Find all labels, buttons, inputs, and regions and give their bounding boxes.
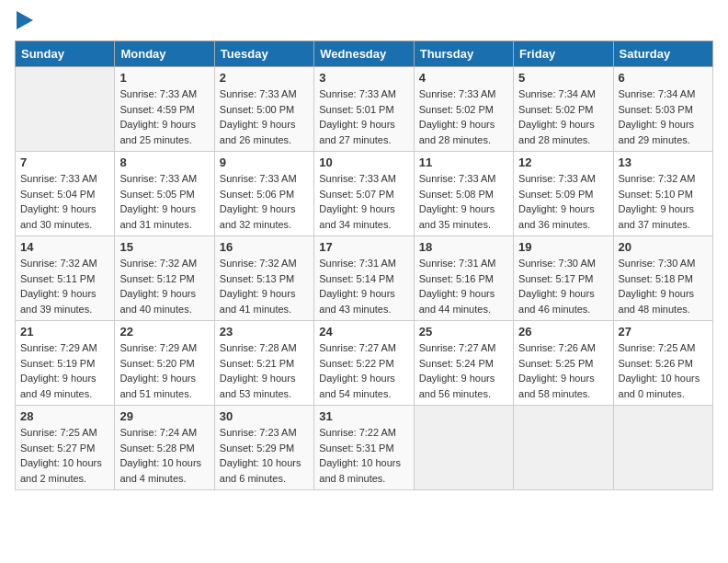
- day-info: Sunrise: 7:34 AMSunset: 5:02 PMDaylight:…: [518, 86, 608, 147]
- calendar-cell: 5 Sunrise: 7:34 AMSunset: 5:02 PMDayligh…: [514, 67, 613, 152]
- day-info: Sunrise: 7:25 AMSunset: 5:26 PMDaylight:…: [619, 340, 708, 401]
- week-row-3: 21 Sunrise: 7:29 AMSunset: 5:19 PMDaylig…: [16, 321, 713, 406]
- calendar-cell: 17 Sunrise: 7:31 AMSunset: 5:14 PMDaylig…: [314, 236, 414, 321]
- day-info: Sunrise: 7:29 AMSunset: 5:20 PMDaylight:…: [119, 340, 209, 401]
- day-info: Sunrise: 7:32 AMSunset: 5:11 PMDaylight:…: [20, 256, 109, 316]
- calendar-cell: 7 Sunrise: 7:33 AMSunset: 5:04 PMDayligh…: [16, 152, 115, 236]
- day-number: 10: [319, 155, 408, 169]
- day-info: Sunrise: 7:27 AMSunset: 5:22 PMDaylight:…: [319, 340, 408, 401]
- day-number: 12: [518, 155, 608, 169]
- calendar-cell: 10 Sunrise: 7:33 AMSunset: 5:07 PMDaylig…: [314, 152, 414, 236]
- day-number: 26: [518, 325, 608, 339]
- week-row-0: 1 Sunrise: 7:33 AMSunset: 4:59 PMDayligh…: [16, 67, 713, 152]
- calendar-cell: [414, 406, 513, 490]
- day-number: 28: [20, 409, 109, 423]
- day-info: Sunrise: 7:26 AMSunset: 5:25 PMDaylight:…: [518, 340, 608, 401]
- day-number: 1: [119, 71, 209, 85]
- week-row-4: 28 Sunrise: 7:25 AMSunset: 5:27 PMDaylig…: [16, 406, 713, 490]
- day-number: 14: [20, 240, 109, 254]
- calendar-cell: 25 Sunrise: 7:27 AMSunset: 5:24 PMDaylig…: [414, 321, 513, 406]
- day-number: 8: [119, 155, 209, 169]
- day-number: 9: [220, 155, 309, 169]
- day-info: Sunrise: 7:33 AMSunset: 5:00 PMDaylight:…: [220, 86, 309, 147]
- calendar-cell: 1 Sunrise: 7:33 AMSunset: 4:59 PMDayligh…: [115, 67, 214, 152]
- calendar-cell: 29 Sunrise: 7:24 AMSunset: 5:28 PMDaylig…: [115, 406, 214, 490]
- calendar-cell: [613, 406, 712, 490]
- calendar-cell: 20 Sunrise: 7:30 AMSunset: 5:18 PMDaylig…: [613, 236, 712, 321]
- day-number: 24: [319, 325, 408, 339]
- day-info: Sunrise: 7:33 AMSunset: 5:06 PMDaylight:…: [220, 171, 309, 232]
- calendar-cell: 12 Sunrise: 7:33 AMSunset: 5:09 PMDaylig…: [514, 152, 613, 236]
- day-info: Sunrise: 7:28 AMSunset: 5:21 PMDaylight:…: [220, 340, 309, 401]
- day-info: Sunrise: 7:27 AMSunset: 5:24 PMDaylight:…: [419, 340, 508, 401]
- calendar-cell: 3 Sunrise: 7:33 AMSunset: 5:01 PMDayligh…: [314, 67, 414, 152]
- day-info: Sunrise: 7:33 AMSunset: 5:01 PMDaylight:…: [319, 86, 408, 147]
- day-info: Sunrise: 7:33 AMSunset: 4:59 PMDaylight:…: [119, 86, 209, 147]
- day-number: 23: [220, 325, 309, 339]
- day-info: Sunrise: 7:33 AMSunset: 5:04 PMDaylight:…: [20, 171, 109, 232]
- calendar-cell: [16, 67, 115, 152]
- calendar-cell: 28 Sunrise: 7:25 AMSunset: 5:27 PMDaylig…: [16, 406, 115, 490]
- calendar-cell: 24 Sunrise: 7:27 AMSunset: 5:22 PMDaylig…: [314, 321, 414, 406]
- day-number: 27: [619, 325, 708, 339]
- calendar-cell: 13 Sunrise: 7:32 AMSunset: 5:10 PMDaylig…: [613, 152, 712, 236]
- day-number: 3: [319, 71, 408, 85]
- calendar-cell: 31 Sunrise: 7:22 AMSunset: 5:31 PMDaylig…: [314, 406, 414, 490]
- week-row-2: 14 Sunrise: 7:32 AMSunset: 5:11 PMDaylig…: [16, 236, 713, 321]
- day-info: Sunrise: 7:31 AMSunset: 5:14 PMDaylight:…: [319, 256, 408, 316]
- day-info: Sunrise: 7:22 AMSunset: 5:31 PMDaylight:…: [319, 425, 408, 486]
- calendar-cell: 15 Sunrise: 7:32 AMSunset: 5:12 PMDaylig…: [115, 236, 214, 321]
- calendar-cell: 19 Sunrise: 7:30 AMSunset: 5:17 PMDaylig…: [514, 236, 613, 321]
- calendar-header-row: SundayMondayTuesdayWednesdayThursdayFrid…: [16, 41, 713, 67]
- day-number: 6: [619, 71, 708, 85]
- day-number: 17: [319, 240, 408, 254]
- day-info: Sunrise: 7:30 AMSunset: 5:18 PMDaylight:…: [619, 256, 708, 316]
- header-tuesday: Tuesday: [214, 41, 313, 67]
- calendar-cell: 8 Sunrise: 7:33 AMSunset: 5:05 PMDayligh…: [115, 152, 214, 236]
- day-number: 22: [119, 325, 209, 339]
- header-sunday: Sunday: [16, 41, 115, 67]
- header-friday: Friday: [514, 41, 613, 67]
- day-number: 13: [619, 155, 708, 169]
- calendar-cell: 11 Sunrise: 7:33 AMSunset: 5:08 PMDaylig…: [414, 152, 513, 236]
- day-info: Sunrise: 7:29 AMSunset: 5:19 PMDaylight:…: [20, 340, 109, 401]
- day-info: Sunrise: 7:30 AMSunset: 5:17 PMDaylight:…: [518, 256, 608, 316]
- day-number: 21: [20, 325, 109, 339]
- day-number: 16: [220, 240, 309, 254]
- calendar-cell: 21 Sunrise: 7:29 AMSunset: 5:19 PMDaylig…: [16, 321, 115, 406]
- day-number: 19: [518, 240, 608, 254]
- week-row-1: 7 Sunrise: 7:33 AMSunset: 5:04 PMDayligh…: [16, 152, 713, 236]
- calendar-cell: 14 Sunrise: 7:32 AMSunset: 5:11 PMDaylig…: [16, 236, 115, 321]
- day-info: Sunrise: 7:33 AMSunset: 5:09 PMDaylight:…: [518, 171, 608, 232]
- day-info: Sunrise: 7:33 AMSunset: 5:07 PMDaylight:…: [319, 171, 408, 232]
- day-number: 20: [619, 240, 708, 254]
- day-number: 11: [419, 155, 508, 169]
- page-header: [15, 15, 713, 29]
- calendar-table: SundayMondayTuesdayWednesdayThursdayFrid…: [15, 40, 713, 490]
- logo-arrow-icon: [17, 11, 33, 29]
- day-info: Sunrise: 7:23 AMSunset: 5:29 PMDaylight:…: [220, 425, 309, 486]
- calendar-cell: 22 Sunrise: 7:29 AMSunset: 5:20 PMDaylig…: [115, 321, 214, 406]
- day-info: Sunrise: 7:33 AMSunset: 5:05 PMDaylight:…: [119, 171, 209, 232]
- header-wednesday: Wednesday: [314, 41, 414, 67]
- day-number: 7: [20, 155, 109, 169]
- day-number: 4: [419, 71, 508, 85]
- calendar-cell: 23 Sunrise: 7:28 AMSunset: 5:21 PMDaylig…: [214, 321, 313, 406]
- calendar-cell: [514, 406, 613, 490]
- day-info: Sunrise: 7:24 AMSunset: 5:28 PMDaylight:…: [119, 425, 209, 486]
- header-monday: Monday: [115, 41, 214, 67]
- day-info: Sunrise: 7:34 AMSunset: 5:03 PMDaylight:…: [619, 86, 708, 147]
- day-info: Sunrise: 7:33 AMSunset: 5:02 PMDaylight:…: [419, 86, 508, 147]
- header-thursday: Thursday: [414, 41, 513, 67]
- calendar-cell: 26 Sunrise: 7:26 AMSunset: 5:25 PMDaylig…: [514, 321, 613, 406]
- calendar-cell: 4 Sunrise: 7:33 AMSunset: 5:02 PMDayligh…: [414, 67, 513, 152]
- header-saturday: Saturday: [613, 41, 712, 67]
- day-number: 15: [119, 240, 209, 254]
- calendar-cell: 18 Sunrise: 7:31 AMSunset: 5:16 PMDaylig…: [414, 236, 513, 321]
- calendar-cell: 30 Sunrise: 7:23 AMSunset: 5:29 PMDaylig…: [214, 406, 313, 490]
- day-number: 5: [518, 71, 608, 85]
- logo: [15, 15, 33, 29]
- day-number: 29: [119, 409, 209, 423]
- calendar-cell: 6 Sunrise: 7:34 AMSunset: 5:03 PMDayligh…: [613, 67, 712, 152]
- calendar-cell: 9 Sunrise: 7:33 AMSunset: 5:06 PMDayligh…: [214, 152, 313, 236]
